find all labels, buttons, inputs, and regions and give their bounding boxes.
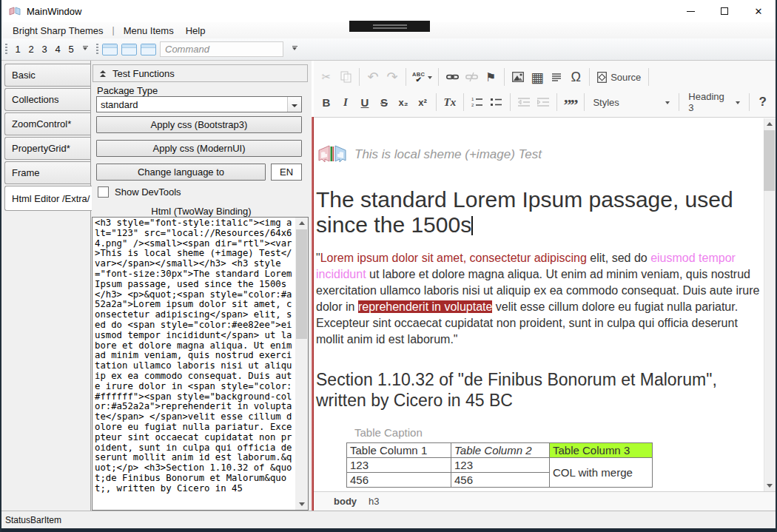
editor-content[interactable]: This is local sheme (+image) Test The st… bbox=[314, 118, 764, 491]
copy-icon[interactable] bbox=[336, 68, 355, 87]
toolbar-grip[interactable] bbox=[96, 44, 98, 55]
source-label: Source bbox=[610, 72, 641, 83]
toolbar-overflow-button[interactable] bbox=[80, 46, 90, 53]
show-devtools-checkbox[interactable] bbox=[98, 186, 109, 198]
horizontal-line-icon[interactable] bbox=[547, 68, 566, 87]
brown-text: Lorem ipsum dolor sit amet, consectetur … bbox=[320, 252, 587, 264]
toolbar-button-4[interactable]: 4 bbox=[51, 41, 64, 58]
scrollbar-thumb[interactable] bbox=[764, 130, 775, 191]
image-icon[interactable] bbox=[508, 68, 528, 87]
tab-collections[interactable]: Collections bbox=[4, 88, 90, 111]
html-binding-label: Html (TwoWay Binding) bbox=[91, 206, 312, 217]
status-bar-item: StatusBarItem bbox=[5, 515, 61, 525]
numbered-list-icon[interactable]: 12 bbox=[468, 93, 487, 112]
source-button[interactable]: Source bbox=[593, 68, 645, 87]
path-item-body[interactable]: body bbox=[334, 496, 357, 507]
image-caption-row: This is local sheme (+image) Test bbox=[317, 144, 761, 166]
minimize-button[interactable] bbox=[673, 0, 707, 22]
tab-propertygrid[interactable]: PropertyGrid* bbox=[4, 137, 90, 160]
menu-bright-sharp-themes[interactable]: Bright Sharp Themes bbox=[7, 22, 110, 38]
format-label: Heading 3 bbox=[688, 91, 726, 113]
title-bar: MainWindow ✕ bbox=[1, 0, 776, 22]
menu-help[interactable]: Help bbox=[180, 22, 212, 38]
subscript-icon[interactable]: x₂ bbox=[394, 93, 413, 112]
apply-css-modernui-button[interactable]: Apply css (ModernUI) bbox=[96, 140, 302, 157]
remove-format-icon[interactable]: Tx bbox=[440, 93, 460, 112]
toolbar-button-3[interactable]: 3 bbox=[38, 41, 51, 58]
special-character-icon[interactable]: Ω bbox=[566, 68, 585, 87]
show-devtools-label: Show DevTools bbox=[115, 186, 181, 198]
source-scrollbar[interactable] bbox=[295, 218, 308, 510]
html-source-textarea[interactable]: <h3 style="font-style:italic"><img alt="… bbox=[92, 218, 295, 510]
decrease-indent-icon[interactable] bbox=[514, 93, 534, 112]
link-icon[interactable] bbox=[443, 68, 462, 87]
undo-icon[interactable]: ↶ bbox=[363, 68, 383, 87]
text-caret bbox=[471, 216, 473, 235]
toolbar-grip[interactable] bbox=[5, 44, 7, 55]
table-header-1: Table Column 1 bbox=[347, 443, 451, 458]
command-input[interactable] bbox=[160, 41, 283, 57]
package-type-combobox[interactable]: standard bbox=[96, 96, 302, 112]
italic-icon[interactable]: I bbox=[336, 93, 355, 112]
path-item-h3[interactable]: h3 bbox=[369, 496, 379, 507]
format-combobox[interactable]: Heading 3 bbox=[683, 93, 744, 112]
toolbar-button-5[interactable]: 5 bbox=[64, 41, 78, 58]
html-editor: ✂ ↶ ↷ ABC ✔ ⚑ bbox=[314, 61, 776, 511]
table-merged-cell: COL with merge bbox=[550, 458, 653, 488]
styles-combobox[interactable]: Styles bbox=[588, 93, 675, 112]
cut-icon[interactable]: ✂ bbox=[317, 68, 336, 87]
language-code-field[interactable] bbox=[271, 164, 302, 181]
tab-basic[interactable]: Basic bbox=[4, 64, 90, 87]
table-icon[interactable]: ▦ bbox=[528, 68, 547, 87]
toolbar-button-1[interactable]: 1 bbox=[11, 41, 24, 58]
maximize-button[interactable] bbox=[707, 0, 741, 22]
scroll-down-icon[interactable] bbox=[763, 480, 776, 491]
window-layout-icon-3[interactable] bbox=[141, 44, 156, 55]
chevron-down-icon bbox=[428, 76, 432, 79]
scrollbar-thumb[interactable] bbox=[296, 229, 307, 339]
tab-html-editor[interactable]: Html Editor /Extra/ bbox=[4, 186, 92, 211]
status-bar: StatusBarItem bbox=[1, 511, 776, 528]
table-caption: Table Caption bbox=[354, 426, 761, 439]
apply-css-bootstrap3-button[interactable]: Apply css (Bootstrap3) bbox=[96, 116, 302, 133]
test-functions-expander[interactable]: Test Functions bbox=[92, 64, 308, 82]
svg-text:2: 2 bbox=[471, 103, 474, 107]
package-type-label: Package Type bbox=[97, 85, 158, 96]
blockquote-icon[interactable]: ”” bbox=[561, 93, 580, 112]
editor-scrollbar[interactable] bbox=[764, 118, 776, 491]
chevron-down-icon[interactable] bbox=[287, 97, 301, 112]
bold-icon[interactable]: B bbox=[317, 93, 336, 112]
window-layout-icon-2[interactable] bbox=[121, 44, 137, 55]
close-button[interactable]: ✕ bbox=[741, 0, 776, 22]
bulleted-list-icon[interactable] bbox=[487, 93, 506, 112]
anchor-flag-icon[interactable]: ⚑ bbox=[481, 68, 500, 87]
toolbar-button-2[interactable]: 2 bbox=[24, 41, 38, 58]
table-row: 123 123 COL with merge bbox=[347, 458, 653, 473]
scroll-up-icon[interactable] bbox=[763, 118, 776, 129]
editor-content-wrapper: This is local sheme (+image) Test The st… bbox=[314, 118, 776, 491]
scroll-up-icon[interactable] bbox=[295, 218, 308, 229]
redo-icon[interactable]: ↷ bbox=[383, 68, 402, 87]
superscript-icon[interactable]: x² bbox=[413, 93, 432, 112]
window-layout-icon-1[interactable] bbox=[102, 44, 118, 55]
heading-section: Section 1.10.32 of "de Finibus Bonorum e… bbox=[316, 369, 761, 411]
floating-dark-panel[interactable] bbox=[349, 21, 430, 32]
local-scheme-image[interactable] bbox=[317, 144, 347, 166]
tab-zoomcontrol[interactable]: ZoomControl* bbox=[4, 112, 90, 135]
scroll-down-icon[interactable] bbox=[295, 499, 308, 510]
window-title: MainWindow bbox=[27, 6, 81, 17]
increase-indent-icon[interactable] bbox=[534, 93, 553, 112]
element-path-bar: body h3 bbox=[314, 491, 776, 511]
toolbar-overflow-button[interactable] bbox=[289, 46, 300, 53]
table-cell: 456 bbox=[347, 473, 451, 488]
strikethrough-icon[interactable]: S bbox=[374, 93, 394, 112]
menu-menu-items[interactable]: Menu Items bbox=[118, 22, 180, 38]
underline-icon[interactable]: U bbox=[355, 93, 374, 112]
spellcheck-button[interactable]: ABC ✔ bbox=[410, 68, 434, 87]
change-language-button[interactable]: Change language to bbox=[96, 164, 266, 181]
unlink-icon[interactable] bbox=[462, 68, 481, 87]
tab-frame[interactable]: Frame bbox=[4, 161, 90, 184]
menu-separator: | bbox=[110, 25, 118, 36]
main-area: Basic Collections ZoomControl* PropertyG… bbox=[1, 61, 776, 511]
about-button[interactable]: ? bbox=[753, 95, 773, 110]
